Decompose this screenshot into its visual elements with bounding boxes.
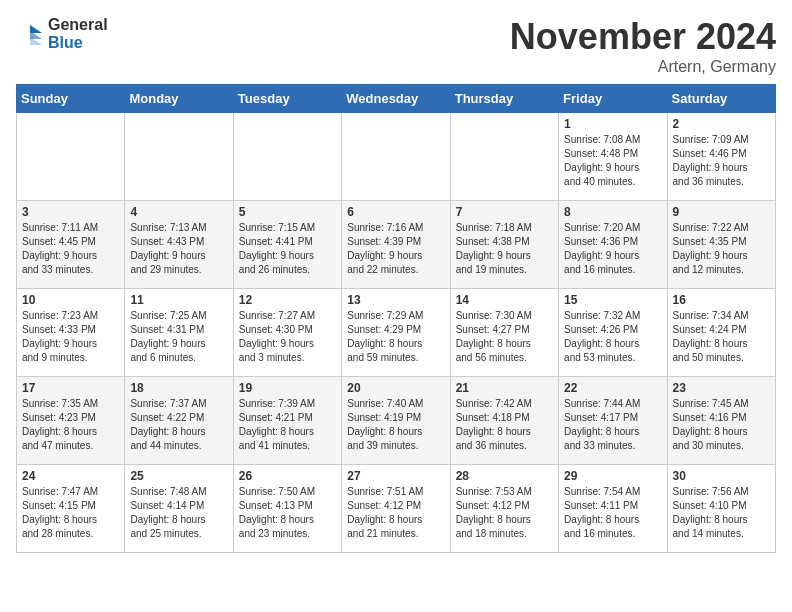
calendar-cell: 24Sunrise: 7:47 AM Sunset: 4:15 PM Dayli… bbox=[17, 465, 125, 553]
day-number: 10 bbox=[22, 293, 119, 307]
calendar-week-4: 17Sunrise: 7:35 AM Sunset: 4:23 PM Dayli… bbox=[17, 377, 776, 465]
day-number: 1 bbox=[564, 117, 661, 131]
calendar-week-2: 3Sunrise: 7:11 AM Sunset: 4:45 PM Daylig… bbox=[17, 201, 776, 289]
day-info: Sunrise: 7:53 AM Sunset: 4:12 PM Dayligh… bbox=[456, 485, 553, 541]
day-info: Sunrise: 7:54 AM Sunset: 4:11 PM Dayligh… bbox=[564, 485, 661, 541]
day-number: 9 bbox=[673, 205, 770, 219]
calendar-cell: 16Sunrise: 7:34 AM Sunset: 4:24 PM Dayli… bbox=[667, 289, 775, 377]
day-info: Sunrise: 7:23 AM Sunset: 4:33 PM Dayligh… bbox=[22, 309, 119, 365]
day-number: 13 bbox=[347, 293, 444, 307]
calendar-cell: 18Sunrise: 7:37 AM Sunset: 4:22 PM Dayli… bbox=[125, 377, 233, 465]
day-info: Sunrise: 7:15 AM Sunset: 4:41 PM Dayligh… bbox=[239, 221, 336, 277]
weekday-tuesday: Tuesday bbox=[233, 85, 341, 113]
calendar-cell bbox=[450, 113, 558, 201]
calendar-week-5: 24Sunrise: 7:47 AM Sunset: 4:15 PM Dayli… bbox=[17, 465, 776, 553]
day-number: 4 bbox=[130, 205, 227, 219]
day-info: Sunrise: 7:50 AM Sunset: 4:13 PM Dayligh… bbox=[239, 485, 336, 541]
day-number: 22 bbox=[564, 381, 661, 395]
day-info: Sunrise: 7:40 AM Sunset: 4:19 PM Dayligh… bbox=[347, 397, 444, 453]
calendar-cell: 17Sunrise: 7:35 AM Sunset: 4:23 PM Dayli… bbox=[17, 377, 125, 465]
day-info: Sunrise: 7:20 AM Sunset: 4:36 PM Dayligh… bbox=[564, 221, 661, 277]
day-number: 17 bbox=[22, 381, 119, 395]
calendar-cell: 27Sunrise: 7:51 AM Sunset: 4:12 PM Dayli… bbox=[342, 465, 450, 553]
weekday-monday: Monday bbox=[125, 85, 233, 113]
day-number: 26 bbox=[239, 469, 336, 483]
calendar-cell: 20Sunrise: 7:40 AM Sunset: 4:19 PM Dayli… bbox=[342, 377, 450, 465]
calendar-cell bbox=[125, 113, 233, 201]
day-number: 29 bbox=[564, 469, 661, 483]
weekday-wednesday: Wednesday bbox=[342, 85, 450, 113]
calendar-cell: 19Sunrise: 7:39 AM Sunset: 4:21 PM Dayli… bbox=[233, 377, 341, 465]
calendar-cell: 29Sunrise: 7:54 AM Sunset: 4:11 PM Dayli… bbox=[559, 465, 667, 553]
day-info: Sunrise: 7:35 AM Sunset: 4:23 PM Dayligh… bbox=[22, 397, 119, 453]
day-number: 19 bbox=[239, 381, 336, 395]
day-info: Sunrise: 7:34 AM Sunset: 4:24 PM Dayligh… bbox=[673, 309, 770, 365]
day-info: Sunrise: 7:47 AM Sunset: 4:15 PM Dayligh… bbox=[22, 485, 119, 541]
calendar-cell: 30Sunrise: 7:56 AM Sunset: 4:10 PM Dayli… bbox=[667, 465, 775, 553]
logo: General Blue bbox=[16, 16, 108, 52]
day-info: Sunrise: 7:45 AM Sunset: 4:16 PM Dayligh… bbox=[673, 397, 770, 453]
calendar-cell: 26Sunrise: 7:50 AM Sunset: 4:13 PM Dayli… bbox=[233, 465, 341, 553]
calendar-week-1: 1Sunrise: 7:08 AM Sunset: 4:48 PM Daylig… bbox=[17, 113, 776, 201]
day-info: Sunrise: 7:42 AM Sunset: 4:18 PM Dayligh… bbox=[456, 397, 553, 453]
calendar-cell: 3Sunrise: 7:11 AM Sunset: 4:45 PM Daylig… bbox=[17, 201, 125, 289]
day-info: Sunrise: 7:09 AM Sunset: 4:46 PM Dayligh… bbox=[673, 133, 770, 189]
weekday-header-row: SundayMondayTuesdayWednesdayThursdayFrid… bbox=[17, 85, 776, 113]
svg-marker-0 bbox=[30, 25, 42, 33]
calendar-cell: 28Sunrise: 7:53 AM Sunset: 4:12 PM Dayli… bbox=[450, 465, 558, 553]
day-number: 11 bbox=[130, 293, 227, 307]
calendar-cell: 6Sunrise: 7:16 AM Sunset: 4:39 PM Daylig… bbox=[342, 201, 450, 289]
calendar-cell: 12Sunrise: 7:27 AM Sunset: 4:30 PM Dayli… bbox=[233, 289, 341, 377]
calendar-cell bbox=[342, 113, 450, 201]
day-info: Sunrise: 7:37 AM Sunset: 4:22 PM Dayligh… bbox=[130, 397, 227, 453]
calendar-week-3: 10Sunrise: 7:23 AM Sunset: 4:33 PM Dayli… bbox=[17, 289, 776, 377]
calendar-cell bbox=[233, 113, 341, 201]
day-info: Sunrise: 7:30 AM Sunset: 4:27 PM Dayligh… bbox=[456, 309, 553, 365]
weekday-saturday: Saturday bbox=[667, 85, 775, 113]
day-number: 23 bbox=[673, 381, 770, 395]
calendar-cell: 23Sunrise: 7:45 AM Sunset: 4:16 PM Dayli… bbox=[667, 377, 775, 465]
logo-icon bbox=[16, 23, 44, 45]
calendar-cell: 13Sunrise: 7:29 AM Sunset: 4:29 PM Dayli… bbox=[342, 289, 450, 377]
title-block: November 2024 Artern, Germany bbox=[510, 16, 776, 76]
calendar-cell: 5Sunrise: 7:15 AM Sunset: 4:41 PM Daylig… bbox=[233, 201, 341, 289]
day-number: 30 bbox=[673, 469, 770, 483]
calendar-table: SundayMondayTuesdayWednesdayThursdayFrid… bbox=[16, 84, 776, 553]
day-number: 12 bbox=[239, 293, 336, 307]
day-number: 16 bbox=[673, 293, 770, 307]
calendar-cell: 1Sunrise: 7:08 AM Sunset: 4:48 PM Daylig… bbox=[559, 113, 667, 201]
day-info: Sunrise: 7:27 AM Sunset: 4:30 PM Dayligh… bbox=[239, 309, 336, 365]
day-number: 5 bbox=[239, 205, 336, 219]
calendar-cell: 22Sunrise: 7:44 AM Sunset: 4:17 PM Dayli… bbox=[559, 377, 667, 465]
calendar-cell: 10Sunrise: 7:23 AM Sunset: 4:33 PM Dayli… bbox=[17, 289, 125, 377]
day-number: 18 bbox=[130, 381, 227, 395]
weekday-sunday: Sunday bbox=[17, 85, 125, 113]
day-number: 8 bbox=[564, 205, 661, 219]
day-number: 27 bbox=[347, 469, 444, 483]
calendar-cell: 7Sunrise: 7:18 AM Sunset: 4:38 PM Daylig… bbox=[450, 201, 558, 289]
day-number: 6 bbox=[347, 205, 444, 219]
calendar-cell: 25Sunrise: 7:48 AM Sunset: 4:14 PM Dayli… bbox=[125, 465, 233, 553]
day-info: Sunrise: 7:16 AM Sunset: 4:39 PM Dayligh… bbox=[347, 221, 444, 277]
day-info: Sunrise: 7:18 AM Sunset: 4:38 PM Dayligh… bbox=[456, 221, 553, 277]
day-number: 28 bbox=[456, 469, 553, 483]
calendar-cell: 21Sunrise: 7:42 AM Sunset: 4:18 PM Dayli… bbox=[450, 377, 558, 465]
calendar-cell: 4Sunrise: 7:13 AM Sunset: 4:43 PM Daylig… bbox=[125, 201, 233, 289]
day-number: 20 bbox=[347, 381, 444, 395]
day-number: 7 bbox=[456, 205, 553, 219]
day-info: Sunrise: 7:51 AM Sunset: 4:12 PM Dayligh… bbox=[347, 485, 444, 541]
calendar-body: 1Sunrise: 7:08 AM Sunset: 4:48 PM Daylig… bbox=[17, 113, 776, 553]
day-number: 25 bbox=[130, 469, 227, 483]
day-number: 15 bbox=[564, 293, 661, 307]
location-title: Artern, Germany bbox=[510, 58, 776, 76]
day-number: 3 bbox=[22, 205, 119, 219]
month-title: November 2024 bbox=[510, 16, 776, 58]
day-info: Sunrise: 7:44 AM Sunset: 4:17 PM Dayligh… bbox=[564, 397, 661, 453]
day-number: 14 bbox=[456, 293, 553, 307]
day-info: Sunrise: 7:13 AM Sunset: 4:43 PM Dayligh… bbox=[130, 221, 227, 277]
day-number: 2 bbox=[673, 117, 770, 131]
day-info: Sunrise: 7:32 AM Sunset: 4:26 PM Dayligh… bbox=[564, 309, 661, 365]
day-info: Sunrise: 7:29 AM Sunset: 4:29 PM Dayligh… bbox=[347, 309, 444, 365]
day-info: Sunrise: 7:11 AM Sunset: 4:45 PM Dayligh… bbox=[22, 221, 119, 277]
day-info: Sunrise: 7:22 AM Sunset: 4:35 PM Dayligh… bbox=[673, 221, 770, 277]
